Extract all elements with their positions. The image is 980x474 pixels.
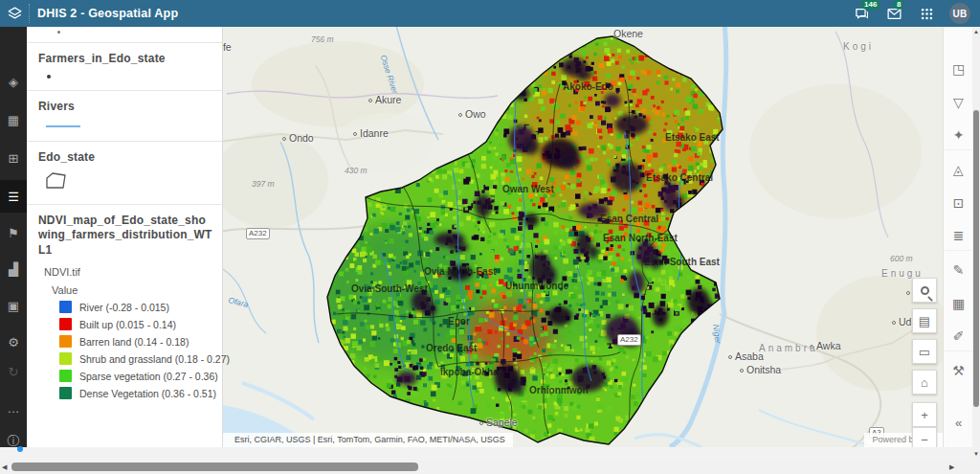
scroll-left-icon[interactable]: ◀ <box>2 463 7 471</box>
line-symbol <box>46 125 80 127</box>
layer-title: Rivers <box>38 100 212 114</box>
scroll-up-icon[interactable]: ▲ <box>972 29 980 34</box>
collapse-panel-icon[interactable]: « <box>944 416 973 430</box>
sparkle-icon[interactable]: ✦ <box>944 121 973 150</box>
legend-item: Dense Vegetation (0.36 - 0.51) <box>59 387 212 399</box>
app-header: DHIS 2 - Geospatial App 146 8 UB <box>0 0 980 27</box>
legend-item: Built up (0.015 - 0.14) <box>59 318 212 330</box>
pencil-icon[interactable]: ✎ <box>944 255 973 284</box>
layer-card-edo-state[interactable]: Edo_state <box>27 142 222 205</box>
filter-icon[interactable]: ▽ <box>944 87 973 117</box>
cases-icon[interactable]: ▣ <box>0 291 27 320</box>
horizontal-scrollbar-thumb[interactable] <box>11 463 418 471</box>
layer-card-farmers[interactable]: Farmers_in_Edo_state <box>27 43 222 91</box>
layer-card-ndvi[interactable]: NDVI_map_of_Edo_state_showing_farmers_di… <box>27 205 222 409</box>
scroll-down-icon[interactable]: ▼ <box>972 451 980 457</box>
layer-title: Farmers_in_Edo_state <box>38 52 212 66</box>
bookmark-icon[interactable]: ⚑ <box>0 218 27 247</box>
more-icon[interactable]: … <box>0 394 27 422</box>
layer-title: Edo_state <box>38 150 212 165</box>
analysis-sidebar: ◳▽✦◬⊡≣✎▦✐⚒« <box>943 27 972 447</box>
network-icon[interactable]: ◬ <box>944 154 973 184</box>
search-icon <box>921 286 929 295</box>
legend-color-chip <box>59 318 72 330</box>
legend-label: River (-0.28 - 0.015) <box>79 302 169 313</box>
screen-button[interactable]: ▭ <box>912 339 937 364</box>
layer-card-partial[interactable] <box>27 27 222 43</box>
legend-label: Barren land (0.14 - 0.18) <box>79 336 189 348</box>
tables-icon[interactable]: ▦ <box>0 105 27 134</box>
legend-item: River (-0.28 - 0.015) <box>59 301 212 313</box>
page-gap <box>0 447 980 461</box>
layer-panel: Farmers_in_Edo_state Rivers Edo_state ND… <box>27 27 223 447</box>
legend-icon[interactable]: ≣ <box>944 221 973 251</box>
apps-blocks-icon[interactable]: ⊞ <box>0 144 27 172</box>
legend-color-chip <box>59 335 72 348</box>
pen-icon[interactable]: ✐ <box>944 322 973 351</box>
vertical-scrollbar-thumb[interactable] <box>973 110 979 407</box>
charts-icon[interactable]: ▟ <box>0 255 27 283</box>
search-button[interactable] <box>912 278 937 303</box>
settings-icon[interactable]: ⚙ <box>0 327 27 356</box>
notifications-icon[interactable]: 146 <box>852 4 871 23</box>
frame-icon[interactable]: ⊡ <box>944 188 973 217</box>
polygon-symbol <box>45 171 212 194</box>
zoom-out-button[interactable]: − <box>912 427 937 447</box>
point-symbol <box>47 75 51 79</box>
user-avatar[interactable]: UB <box>949 3 970 24</box>
layer-card-rivers[interactable]: Rivers <box>27 91 222 141</box>
messages-icon[interactable]: 8 <box>884 4 903 23</box>
map-canvas[interactable]: Akoko-EdoEtsako EastEtsako CentralOwan W… <box>223 27 943 447</box>
map-graphics <box>223 27 943 447</box>
basemap-button[interactable]: ▤ <box>912 308 937 333</box>
app-title: DHIS 2 - Geospatial App <box>37 7 178 20</box>
legend-item: Barren land (0.14 - 0.18) <box>59 335 212 348</box>
layer-title: NDVI_map_of_Edo_state_showing_farmers_di… <box>38 214 212 258</box>
sync-icon[interactable]: ↻ <box>0 357 27 386</box>
legend-color-chip <box>59 387 72 399</box>
messages-badge: 8 <box>894 0 903 10</box>
legend-item: Shrub and grassland (0.18 - 0.27) <box>59 352 212 365</box>
horizontal-scrollbar[interactable]: ◀ ▶ <box>0 461 980 474</box>
home-button[interactable]: ⌂ <box>912 370 937 395</box>
legend-label: Shrub and grassland (0.18 - 0.27) <box>79 353 230 365</box>
legend-value-label: Value <box>52 284 212 296</box>
header-divider <box>29 4 30 23</box>
info-icon[interactable]: ⓘ <box>0 427 27 456</box>
wrench-icon[interactable]: ⚒ <box>944 355 973 385</box>
legend-color-chip <box>59 301 72 313</box>
legend-color-chip <box>59 370 72 382</box>
legend-label: Sparse vegetation (0.27 - 0.36) <box>79 371 218 382</box>
layers-icon[interactable]: ◈ <box>0 67 27 96</box>
list-icon[interactable]: ☰ <box>0 180 27 213</box>
vertical-scrollbar[interactable]: ▲ ▼ <box>972 27 980 459</box>
ndvi-legend: River (-0.28 - 0.015)Built up (0.015 - 0… <box>59 301 212 399</box>
notifications-badge: 146 <box>861 0 880 10</box>
scroll-right-icon[interactable]: ▶ <box>949 463 954 471</box>
info-badge-dot <box>17 446 23 452</box>
legend-label: Built up (0.015 - 0.14) <box>79 319 176 330</box>
raster-sublayer-name: NDVI.tif <box>44 266 212 278</box>
legend-label: Dense Vegetation (0.36 - 0.51) <box>79 388 216 399</box>
apps-menu-icon[interactable] <box>917 4 936 23</box>
legend-color-chip <box>59 352 72 365</box>
zoom-in-button[interactable]: + <box>912 402 937 427</box>
chart-config-icon[interactable]: ▦ <box>944 288 973 318</box>
select-icon[interactable]: ◳ <box>944 54 973 83</box>
dhis2-logo-icon[interactable] <box>0 0 29 27</box>
tool-sidebar: ◈▦⊞☰⚑▟▣⚙↻…ⓘ» <box>0 27 27 447</box>
legend-item: Sparse vegetation (0.27 - 0.36) <box>59 370 212 382</box>
